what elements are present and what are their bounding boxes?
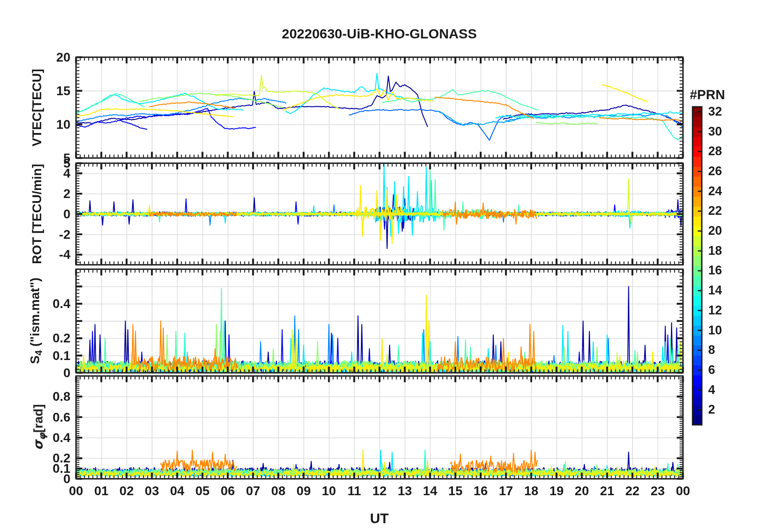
chart-title: 20220630-UiB-KHO-GLONASS	[282, 26, 477, 42]
y-axis-label-s4: S4 ("ism.mat")	[28, 278, 44, 364]
s4-suffix: ("ism.mat")	[28, 278, 42, 350]
chart-canvas	[0, 0, 761, 532]
y-axis-label-sigma-phi: σφ[rad]	[30, 404, 48, 450]
s4-subscript: 4	[33, 350, 44, 355]
x-axis-label: UT	[370, 510, 389, 526]
colorbar-title: #PRN	[690, 87, 725, 102]
y-axis-label-vtec: VTEC[TECU]	[30, 69, 44, 146]
phi-subscript: φ	[37, 433, 48, 440]
rad-unit: [rad]	[31, 404, 45, 433]
sigma-symbol: σ	[30, 440, 46, 450]
y-axis-label-rot-text: ROT [TECU/min]	[30, 164, 44, 264]
s4-symbol: S	[28, 356, 42, 364]
figure: 20220630-UiB-KHO-GLONASS VTEC[TECU] ROT …	[0, 0, 761, 532]
y-axis-label-vtec-text: VTEC[TECU]	[30, 69, 44, 146]
y-axis-label-rot: ROT [TECU/min]	[30, 164, 44, 264]
